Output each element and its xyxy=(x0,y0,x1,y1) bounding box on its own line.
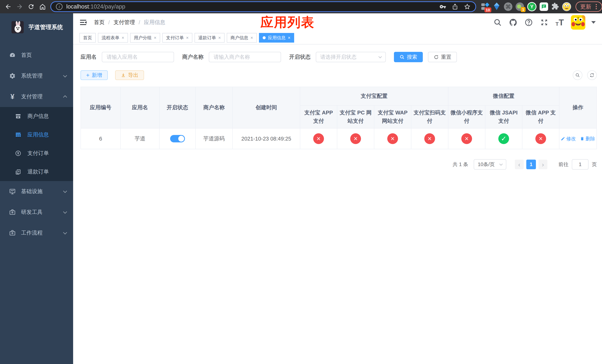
gear-icon xyxy=(9,73,16,79)
sidebar-item-payment[interactable]: ¥ 支付管理 xyxy=(0,86,73,107)
search-button[interactable]: 搜索 xyxy=(394,52,423,62)
browser-forward-button[interactable] xyxy=(14,1,25,12)
page-number-1[interactable]: 1 xyxy=(526,160,536,169)
top-navbar: 首页 / 支付管理 / 应用信息 应用列表 xyxy=(73,13,602,32)
tab-app-info[interactable]: 应用信息× xyxy=(259,33,294,43)
user-avatar[interactable] xyxy=(571,15,585,30)
sidebar-logo-row[interactable]: 芋道管理系统 xyxy=(0,13,73,41)
browser-update-menu[interactable]: 更新 xyxy=(576,1,602,12)
prev-page-button[interactable]: ‹ xyxy=(515,160,524,169)
page-size-select[interactable]: 10条/页 xyxy=(474,159,506,170)
close-icon[interactable]: × xyxy=(250,35,253,40)
address-bar[interactable]: i localhost:1024/pay/app xyxy=(50,1,476,12)
password-key-icon[interactable] xyxy=(440,3,446,10)
profile-emoji-icon[interactable] xyxy=(562,2,571,11)
tab-process-form[interactable]: 流程表单× xyxy=(98,33,128,43)
extensions-puzzle-icon[interactable] xyxy=(551,2,559,11)
sidebar-item-pay-order[interactable]: 支付订单 xyxy=(0,144,73,162)
close-icon[interactable]: × xyxy=(154,35,156,40)
col-header-merchant: 商户名称 xyxy=(195,87,233,128)
browser-reload-button[interactable] xyxy=(26,1,36,12)
sidebar-item-workflow[interactable]: 工作流程 xyxy=(0,223,73,243)
next-page-button[interactable]: › xyxy=(538,160,547,169)
page-content: 应用名 商户名称 开启状态 请选择开启状态 搜索 重置 xyxy=(73,44,602,364)
tab-merchant-info[interactable]: 商户信息× xyxy=(227,33,257,43)
sidebar-item-home[interactable]: 首页 xyxy=(0,45,73,65)
sidebar-item-label: 基础设施 xyxy=(21,188,43,195)
browser-home-button[interactable] xyxy=(37,1,48,12)
extension-panels-icon[interactable]: 10 xyxy=(481,2,489,11)
close-icon[interactable]: × xyxy=(288,35,290,40)
sidebar-item-label: 研发工具 xyxy=(21,208,43,216)
sidebar-item-label: 支付订单 xyxy=(27,150,49,157)
kebab-menu-icon xyxy=(596,6,597,7)
tab-user-group[interactable]: 用户分组× xyxy=(130,33,160,43)
reset-button[interactable]: 重置 xyxy=(428,52,457,62)
close-icon[interactable]: × xyxy=(122,35,124,40)
refresh-table-button[interactable] xyxy=(587,70,597,80)
sidebar-item-label: 商户信息 xyxy=(27,113,49,120)
breadcrumb-payment[interactable]: 支付管理 xyxy=(113,19,135,26)
sidebar-item-merchant-info[interactable]: 商户信息 xyxy=(0,107,73,126)
extension-gem-icon[interactable] xyxy=(493,2,501,11)
chevron-down-icon xyxy=(63,210,67,214)
col-header-enabled: 开启状态 xyxy=(159,87,195,128)
sidebar-item-refund-order[interactable]: 退款订单 xyxy=(0,162,73,181)
extension-recorder-icon[interactable]: 1 xyxy=(516,2,524,11)
url-text[interactable]: localhost:1024/pay/app xyxy=(66,3,125,10)
enabled-toggle[interactable] xyxy=(170,135,185,142)
browser-back-button[interactable] xyxy=(3,1,13,12)
export-button[interactable]: 导出 xyxy=(115,70,144,80)
sidebar-item-app-info[interactable]: 应用信息 xyxy=(0,126,73,144)
briefcase-icon xyxy=(9,230,16,236)
site-info-icon[interactable]: i xyxy=(56,3,63,10)
edit-button[interactable]: 修改 xyxy=(561,136,576,142)
tab-pay-order[interactable]: 支付订单× xyxy=(162,33,192,43)
extension-badge: 1 xyxy=(521,7,526,12)
yen-circle-icon xyxy=(14,150,22,156)
tab-home[interactable]: 首页 xyxy=(79,33,96,43)
refresh-icon xyxy=(434,54,439,60)
add-button[interactable]: + 新增 xyxy=(81,70,108,80)
sidebar-item-label: 系统管理 xyxy=(21,72,43,80)
search-icon[interactable] xyxy=(493,18,502,27)
help-icon[interactable] xyxy=(525,18,533,27)
github-icon[interactable] xyxy=(509,18,517,27)
sidebar-item-dev-tools[interactable]: 研发工具 xyxy=(0,202,73,223)
fullscreen-icon[interactable] xyxy=(540,18,548,27)
app-name-input[interactable] xyxy=(102,52,174,62)
sidebar-item-system[interactable]: 系统管理 xyxy=(0,65,73,86)
share-icon[interactable] xyxy=(452,3,458,10)
sidebar-item-label: 工作流程 xyxy=(21,229,43,237)
tags-view-bar: 首页 流程表单× 用户分组× 支付订单× 退款订单× 商户信息× 应用信息× xyxy=(73,32,602,44)
payment-submenu: 商户信息 应用信息 支付订单 xyxy=(0,107,73,181)
font-size-icon[interactable]: TT xyxy=(556,18,564,27)
bookmark-star-icon[interactable] xyxy=(464,3,471,10)
breadcrumb-home[interactable]: 首页 xyxy=(94,19,105,26)
wechat-mini-status-icon: × xyxy=(461,133,472,144)
search-icon xyxy=(399,54,405,60)
merchant-name-label: 商户名称 xyxy=(182,53,204,61)
extension-command-icon[interactable]: ⌘ xyxy=(504,2,512,11)
app-logo xyxy=(11,21,24,33)
page-size-value: 10条/页 xyxy=(478,161,495,168)
sidebar-collapse-button[interactable] xyxy=(79,19,87,26)
url-host: localhost xyxy=(66,3,89,10)
status-select[interactable]: 请选择开启状态 xyxy=(316,52,386,62)
toggle-search-button[interactable] xyxy=(573,70,582,80)
briefcase-icon xyxy=(9,209,16,215)
merchant-name-input[interactable] xyxy=(209,52,281,62)
alipay-wap-status-icon: × xyxy=(387,133,398,144)
goto-page-input[interactable] xyxy=(572,159,589,170)
extension-y-icon[interactable]: Y xyxy=(527,2,537,11)
extension-chat-icon[interactable] xyxy=(540,2,548,11)
sidebar-item-infrastructure[interactable]: 基础设施 xyxy=(0,181,73,202)
table-row: 6 芋道 芋道源码 2021-10-23 08:49:25 × × × × × … xyxy=(81,128,597,149)
close-icon[interactable]: × xyxy=(218,35,221,40)
avatar-caret-icon[interactable] xyxy=(591,21,596,24)
col-header-alipay-qr: 支付宝扫码支付 xyxy=(411,105,448,128)
close-icon[interactable]: × xyxy=(186,35,189,40)
tab-refund-order[interactable]: 退款订单× xyxy=(194,33,225,43)
delete-button[interactable]: 删除 xyxy=(580,136,595,142)
alipay-app-status-icon: × xyxy=(313,133,324,144)
